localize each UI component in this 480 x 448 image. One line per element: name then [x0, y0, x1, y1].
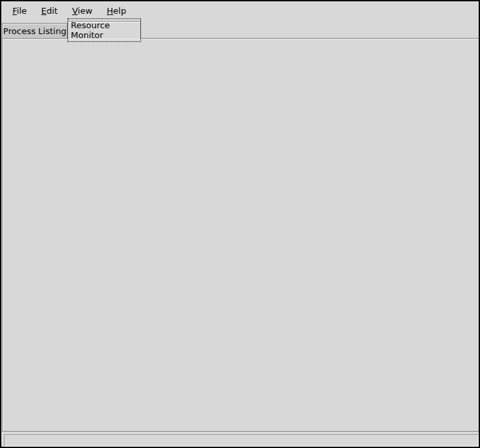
resource-monitor-page: [2, 38, 480, 432]
tab-process-listing[interactable]: Process Listing: [2, 23, 68, 39]
menu-edit[interactable]: Edit: [34, 3, 65, 18]
status-bar: [4, 434, 479, 447]
menu-view[interactable]: View: [65, 3, 100, 18]
menu-help[interactable]: Help: [100, 3, 134, 18]
tab-resource-monitor[interactable]: Resource Monitor: [68, 21, 141, 39]
system-monitor-window: File Edit View Help Process Listing Reso…: [0, 0, 480, 448]
menu-bar: File Edit View Help: [1, 1, 479, 20]
menu-file[interactable]: File: [5, 3, 34, 18]
